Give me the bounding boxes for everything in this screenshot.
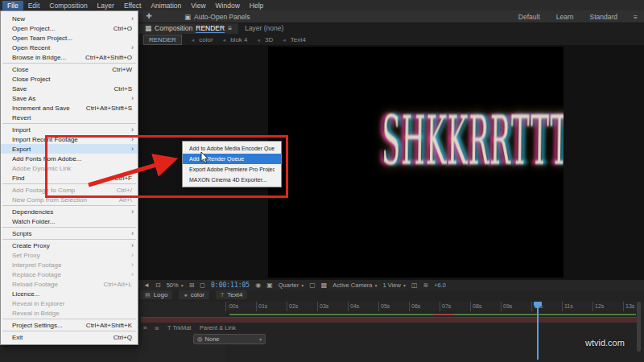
file-menu-item[interactable]: Dependencies (1, 207, 138, 216)
file-menu-item[interactable]: Increment and Save Ctrl+Alt+Shift+S (1, 103, 138, 113)
puppet-tool-icon[interactable]: ✚ (144, 12, 154, 21)
timeline-tab-label: Logo (154, 291, 168, 298)
workspace-default[interactable]: Default (518, 13, 540, 21)
file-menu-item[interactable]: Set Proxy (1, 250, 138, 260)
show-snapshot-icon[interactable]: ▣ (266, 282, 273, 289)
timeline-tab-text4[interactable]: T Text4 (216, 290, 247, 299)
file-menu-item[interactable]: Find Ctrl+F (1, 173, 138, 183)
file-menu-item[interactable]: Close Ctrl+W (1, 64, 138, 74)
panel-menu-icon[interactable]: ≡ (228, 24, 232, 32)
file-menu-item[interactable]: Close Project (1, 74, 138, 84)
menubar-item[interactable]: Composition (44, 1, 92, 10)
file-menu-item[interactable]: Open Team Project... (1, 33, 138, 43)
parent-link-dropdown[interactable]: ◎ None (193, 334, 266, 344)
workspace-standard[interactable]: Standard (590, 13, 618, 21)
ruler-tick: 08s (470, 302, 501, 311)
timeline-tab-color[interactable]: ● color (179, 290, 209, 299)
menubar-item[interactable]: File (2, 1, 23, 10)
export-submenu-item[interactable]: Add to Adobe Media Encoder Queue... (183, 143, 281, 154)
breadcrumb-item[interactable]: blok 4 (223, 36, 248, 43)
magnification-icon[interactable]: ⊡ (155, 282, 161, 289)
file-menu-item[interactable]: Project Settings... Ctrl+Alt+Shift+K (1, 320, 138, 330)
file-menu-item[interactable]: Exit Ctrl+Q (1, 332, 138, 342)
ruler-tick: 11s (562, 302, 592, 311)
timeline-tab-logo[interactable]: ▤ Logo (140, 290, 172, 299)
file-menu-item[interactable]: Import Recent Footage (1, 134, 138, 144)
file-menu-item[interactable]: Replace Footage (1, 269, 138, 279)
file-menu-item[interactable]: Watch Folder... (1, 216, 138, 226)
file-menu-item[interactable]: Browse in Bridge... Ctrl+Alt+Shift+O (1, 52, 138, 62)
fast-previews-icon[interactable]: ≋ (423, 282, 428, 289)
file-menu-item (2, 123, 136, 124)
breadcrumb-item[interactable]: color (192, 36, 213, 43)
file-menu-item[interactable]: Reload Footage Ctrl+Alt+L (1, 279, 138, 289)
pixel-aspect-icon[interactable]: ◫ (411, 282, 418, 289)
tab-layer[interactable]: Layer (none) (238, 23, 290, 34)
menubar: FileEditCompositionLayerEffectAnimationV… (0, 0, 644, 10)
layer-duration-bar-maroon[interactable] (141, 317, 638, 323)
zoom-dropdown[interactable]: 50% (167, 282, 184, 289)
file-menu-item[interactable]: New (1, 14, 138, 23)
file-menu-item[interactable]: Reveal in Explorer (1, 298, 138, 308)
export-submenu-item[interactable]: Export Adobe Premiere Pro Project... (183, 164, 281, 175)
file-menu-item[interactable]: Import (1, 125, 138, 134)
workspace-learn[interactable]: Learn (556, 13, 574, 21)
grid-guides-icon[interactable]: ⊞ (189, 282, 195, 289)
exposure-value[interactable]: +6.0 (434, 282, 446, 289)
menubar-item[interactable]: Help (245, 1, 268, 10)
playhead-line[interactable] (537, 302, 539, 360)
always-preview-icon[interactable]: ◄ (143, 282, 150, 289)
file-menu-item[interactable]: Revert (1, 113, 138, 122)
workspace-bar: DefaultLearnStandard≡ (518, 13, 638, 21)
file-menu-item (2, 319, 136, 319)
workspace-menu-icon[interactable]: ≡ (634, 13, 638, 21)
menubar-item[interactable]: Animation (146, 1, 186, 10)
file-menu-item[interactable]: Add Fonts from Adobe... (1, 154, 138, 163)
file-menu-item[interactable]: Open Recent (1, 43, 138, 52)
toggle-mask-icon[interactable]: ◻ (200, 282, 205, 289)
menubar-item[interactable]: Edit (23, 1, 45, 10)
take-snapshot-icon[interactable]: ◉ (255, 282, 261, 289)
ruler-tick: 01s (256, 302, 287, 311)
resolution-dropdown[interactable]: Quarter (279, 282, 303, 289)
breadcrumb-item[interactable]: 3D (258, 36, 274, 43)
file-menu-item (2, 205, 136, 206)
camera-dropdown[interactable]: Active Camera (332, 282, 377, 289)
file-menu-item[interactable]: Save As (1, 93, 138, 103)
ruler-tick: 02s (287, 302, 317, 311)
file-menu-item[interactable]: Adobe Dynamic Link (1, 163, 138, 173)
time-ruler[interactable]: :00s01s02s03s04s05s06s07s08s09s10s11s12s… (225, 302, 644, 311)
tab-composition[interactable]: ▦ Composition RENDER ≡ (138, 23, 238, 34)
breadcrumb-item[interactable]: Text4 (283, 36, 306, 43)
region-of-interest-icon[interactable]: ▢ (309, 282, 316, 289)
transparency-grid-icon[interactable]: ▩ (321, 282, 328, 289)
file-menu-item[interactable]: Reveal in Bridge (1, 308, 138, 318)
ruler-tick: 06s (409, 302, 440, 311)
menubar-item[interactable]: View (186, 1, 210, 10)
menubar-item[interactable]: Effect (119, 1, 147, 10)
file-menu-item[interactable]: Save Ctrl+S (1, 84, 138, 93)
composition-canvas[interactable]: SHKKRRTTT (268, 47, 564, 278)
composition-tab-label: Composition (155, 24, 192, 32)
file-menu-item[interactable]: Scripts (1, 228, 138, 238)
menubar-item[interactable]: Layer (93, 1, 119, 10)
export-submenu-item[interactable]: MAXON Cinema 4D Exporter... (183, 175, 281, 185)
file-menu-item[interactable]: Create Proxy (1, 241, 138, 250)
file-menu-item[interactable]: Export (1, 144, 138, 154)
menubar-item[interactable]: Window (211, 1, 245, 10)
file-menu-item[interactable]: Open Project... Ctrl+O (1, 23, 138, 33)
auto-open-panels-toggle[interactable]: ▣ Auto-Open Panels (184, 13, 250, 21)
file-menu-item[interactable]: Interpret Footage (1, 260, 138, 269)
breadcrumb-item[interactable]: RENDER (143, 35, 182, 45)
file-menu-item[interactable]: New Comp from Selection Alt+\ (1, 195, 138, 204)
ruler-tick: 12s (592, 302, 623, 311)
current-time-display[interactable]: 0:00:11:05 (211, 282, 250, 289)
view-layout-dropdown[interactable]: 1 View (383, 282, 406, 289)
file-menu-item[interactable]: Licence... (1, 289, 138, 298)
ruler-tick: 13s (623, 302, 644, 311)
timeline-scrollbar[interactable] (637, 302, 641, 352)
file-menu-item[interactable]: Add Footage to Comp Ctrl+/ (1, 185, 138, 195)
timeline-view-icons[interactable]: ≡ ⧈ (143, 324, 162, 332)
export-submenu-item[interactable]: Add to Render Queue (183, 154, 281, 164)
timeline-tab-label: color (191, 291, 204, 298)
